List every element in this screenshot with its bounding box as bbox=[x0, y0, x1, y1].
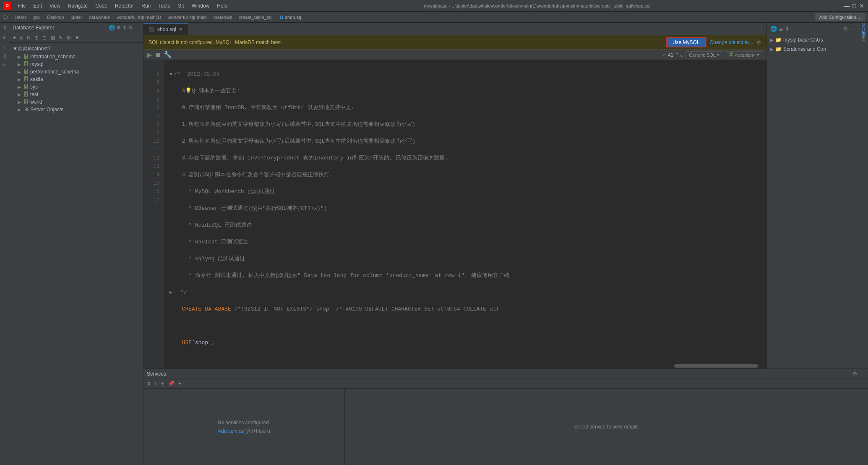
session-button[interactable]: 🗄 <session> ▾ bbox=[725, 51, 763, 58]
window-controls[interactable]: — □ ✕ bbox=[844, 3, 865, 9]
services-grid-btn[interactable]: ⊞ bbox=[159, 380, 166, 387]
gear-icon[interactable]: ⚙ bbox=[128, 25, 133, 31]
tools-button[interactable]: ⊕ bbox=[65, 34, 72, 41]
code-content[interactable]: ▼/* 2022.02.05 S💡QL脚本的一些要点: 0.存储引擎使用 Inn… bbox=[164, 60, 766, 368]
maximize-button[interactable]: □ bbox=[851, 3, 857, 9]
sidebar-icon-4[interactable]: ⊞ bbox=[1, 52, 8, 60]
menu-bar[interactable]: File Edit View Navigate Code Refactor Ru… bbox=[14, 2, 231, 10]
sidebar-icon-3[interactable]: ↑ bbox=[1, 43, 8, 50]
minus-icon[interactable]: — bbox=[135, 25, 140, 31]
db-item-world[interactable]: ▶ 🗄 world bbox=[9, 98, 143, 106]
menu-navigate[interactable]: Navigate bbox=[65, 2, 91, 10]
banner-gear-icon[interactable]: ⚙ bbox=[756, 39, 761, 46]
db-root-item[interactable]: ▼ @ @localhost 7 bbox=[9, 44, 143, 53]
right-panel-header: 🌐 ≣ ⬍ ⚙ — bbox=[767, 23, 859, 35]
db-item-test[interactable]: ▶ 🗄 test bbox=[9, 91, 143, 98]
chevron-icon-right[interactable]: ⬍ bbox=[785, 26, 790, 32]
menu-code[interactable]: Code bbox=[92, 2, 111, 10]
menu-refactor[interactable]: Refactor bbox=[112, 2, 137, 10]
wrench-button[interactable]: 🔧 bbox=[164, 51, 172, 59]
services-content: No services configured. Add service (Alt… bbox=[143, 389, 868, 465]
services-gear-icon[interactable]: ⚙ bbox=[852, 371, 858, 377]
code-editor[interactable]: 1 2 3 4 5 6 7 8 9 10 11 12 13 bbox=[143, 60, 766, 368]
editor-tabs: ⬛ shop.sql ✕ ⋮ bbox=[143, 23, 766, 35]
globe-icon[interactable]: 🌐 bbox=[109, 25, 115, 31]
folder-icon-2: 📁 bbox=[775, 46, 782, 52]
tab-close-button[interactable]: ✕ bbox=[179, 26, 183, 32]
use-mysql-button[interactable]: Use MySQL bbox=[666, 37, 706, 47]
db-item-label-8: Server Objects bbox=[30, 107, 63, 112]
menu-view[interactable]: View bbox=[46, 2, 64, 10]
db-explorer-header-icons[interactable]: 🌐 ≣ ⬍ ⚙ — bbox=[109, 25, 140, 31]
db-item-label-2: mysql bbox=[30, 61, 43, 67]
editor-and-sidebar: ⬛ shop.sql ✕ ⋮ SQL dialect is not config… bbox=[143, 23, 868, 368]
add-configuration-button[interactable]: Add Configuration... bbox=[815, 13, 865, 21]
db-item-sys[interactable]: ▶ 🗄 sys bbox=[9, 83, 143, 91]
services-minus-icon[interactable]: — bbox=[859, 371, 865, 377]
minus-icon-right[interactable]: — bbox=[850, 26, 855, 32]
structure-icon[interactable]: Structure bbox=[860, 24, 868, 32]
dialect-selector: ✓ 41 ⌃⌄ Generic SQL ▾ 🗄 <session> ▾ bbox=[662, 51, 763, 58]
services-collapse-btn[interactable]: ≡ bbox=[146, 380, 151, 387]
close-button[interactable]: ✕ bbox=[859, 3, 865, 9]
code-line-1: ▼/* 2022.02.05 bbox=[169, 70, 761, 78]
sidebar-icon-5[interactable]: ✎ bbox=[1, 61, 8, 69]
refresh-button[interactable]: ↻ bbox=[25, 34, 32, 41]
services-add-area: Add service (Alt+Insert) bbox=[218, 428, 270, 434]
minimize-button[interactable]: — bbox=[844, 3, 850, 9]
menu-run[interactable]: Run bbox=[138, 2, 154, 10]
db-item-sakila[interactable]: ▶ 🗄 sakila bbox=[9, 76, 143, 83]
gear-icon-right[interactable]: ⚙ bbox=[843, 26, 848, 32]
run-button[interactable]: ▶ bbox=[147, 51, 152, 59]
menu-help[interactable]: Help bbox=[214, 2, 231, 10]
sidebar-icon-2[interactable]: ≡ bbox=[1, 34, 8, 41]
filter-tree-button[interactable]: ▼ bbox=[73, 34, 81, 41]
editor-tab-shop-sql[interactable]: ⬛ shop.sql ✕ bbox=[143, 23, 188, 35]
list-icon-right[interactable]: ≣ bbox=[779, 26, 783, 32]
dialect-button[interactable]: Generic SQL ▾ bbox=[685, 51, 723, 58]
session-label: <session> bbox=[735, 52, 756, 57]
services-panel: Services ⚙ — ≡ ↕ ⊞ 📌 + No services confi… bbox=[143, 368, 868, 465]
add-service-link[interactable]: Add service bbox=[218, 428, 244, 434]
db-item-information-schema[interactable]: ▶ 🗄 information_schema bbox=[9, 53, 143, 60]
services-add-btn[interactable]: + bbox=[177, 380, 182, 387]
sql-file-icon: ⬛ bbox=[149, 26, 155, 32]
menu-tools[interactable]: Tools bbox=[155, 2, 173, 10]
change-dialect-button[interactable]: Change dialect to... bbox=[710, 39, 753, 45]
table-button[interactable]: ⊟ bbox=[41, 34, 48, 41]
schema-icon-2: 🗄 bbox=[23, 61, 29, 67]
db-item-label-1: information_schema bbox=[30, 54, 76, 60]
horizontal-scrollbar[interactable] bbox=[674, 364, 758, 368]
app-logo: D bbox=[3, 2, 11, 10]
services-sort-btn[interactable]: ↕ bbox=[153, 380, 158, 387]
menu-edit[interactable]: Edit bbox=[30, 2, 45, 10]
database-explorer-icon[interactable]: 🗄 bbox=[1, 24, 8, 32]
db-item-server-objects[interactable]: ▶ 🖥 Server Objects bbox=[9, 106, 143, 113]
menu-file[interactable]: File bbox=[14, 2, 29, 10]
db-explorer-toolbar: + ⎘ ↻ ⊞ ⊟ ▦ ✎ ⊕ ▼ bbox=[9, 33, 143, 43]
tab-more-icon[interactable]: ⋮ bbox=[759, 26, 764, 32]
db-item-mysql[interactable]: ▶ 🗄 mysql bbox=[9, 60, 143, 68]
edit-button[interactable]: ✎ bbox=[57, 34, 64, 41]
add-button[interactable]: + bbox=[12, 34, 17, 41]
right-sidebar-item-scratches[interactable]: ▶ 📁 Scratches and Con bbox=[767, 44, 859, 54]
services-pin-btn[interactable]: 📌 bbox=[167, 380, 176, 387]
fold-icon-14[interactable]: ▶ bbox=[169, 288, 172, 297]
db-explorer-tree: ▼ @ @localhost 7 ▶ 🗄 information_schema … bbox=[9, 43, 143, 465]
schema-icon-6: 🗄 bbox=[23, 91, 29, 97]
editor-tab-controls: ⋮ bbox=[756, 23, 766, 35]
expand-arrows[interactable]: ⌃⌄ bbox=[675, 52, 683, 58]
schema-button[interactable]: ⊞ bbox=[33, 34, 40, 41]
copy-button[interactable]: ⎘ bbox=[18, 34, 24, 41]
columns-button[interactable]: ▦ bbox=[49, 34, 56, 41]
menu-git[interactable]: Git bbox=[174, 2, 187, 10]
filter-icon[interactable]: ≣ bbox=[117, 25, 121, 31]
globe-icon-right[interactable]: 🌐 bbox=[770, 26, 777, 32]
menu-window[interactable]: Window bbox=[188, 2, 213, 10]
fold-icon-1[interactable]: ▼ bbox=[169, 70, 172, 78]
files-icon[interactable]: Files bbox=[860, 34, 868, 41]
stop-button[interactable]: ⏹ bbox=[154, 51, 161, 59]
expand-icon[interactable]: ⬍ bbox=[123, 25, 127, 31]
db-item-performance-schema[interactable]: ▶ 🗄 performance_schema bbox=[9, 68, 143, 76]
right-sidebar-item-mysql-base[interactable]: ▶ 📁 mysql-base C:\Us bbox=[767, 35, 859, 44]
